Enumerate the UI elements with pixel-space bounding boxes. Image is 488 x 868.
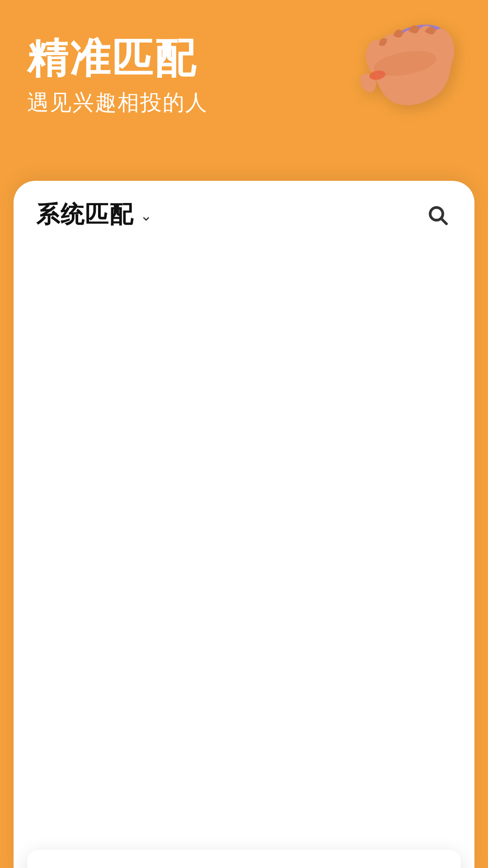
- hero-section: 精准匹配 遇见兴趣相投的人: [0, 0, 488, 181]
- tab-english[interactable]: English: [45, 863, 178, 868]
- chevron-down-icon[interactable]: ⌄: [140, 207, 152, 224]
- tab-korean[interactable]: Korean: [178, 863, 310, 868]
- search-bar-area: 系统匹配 ⌄: [14, 181, 474, 240]
- tab-german[interactable]: German: [310, 863, 443, 868]
- search-button[interactable]: [423, 200, 452, 229]
- search-bar: 系统匹配 ⌄: [32, 199, 456, 231]
- language-tabs: English Korean German: [27, 850, 461, 868]
- main-card: 系统匹配 ⌄: [14, 181, 474, 868]
- handshake-illustration: [323, 0, 488, 156]
- svg-line-5: [441, 219, 446, 224]
- search-bar-left: 系统匹配 ⌄: [36, 199, 152, 231]
- search-icon: [427, 204, 448, 226]
- search-bar-title: 系统匹配: [36, 199, 134, 231]
